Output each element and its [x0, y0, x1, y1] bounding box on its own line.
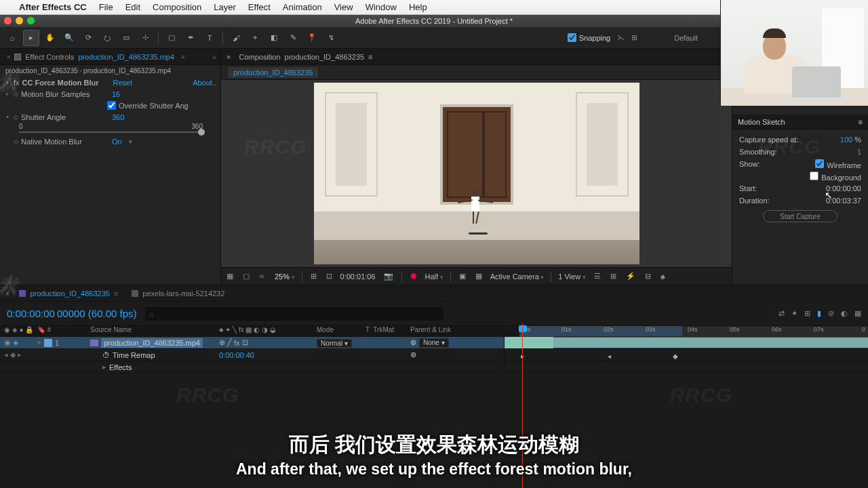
- safe-icon[interactable]: ⊡: [325, 272, 334, 281]
- prop-motion-blur-samples[interactable]: ▸◇ Motion Blur Samples 16: [4, 88, 216, 100]
- menu-effect[interactable]: Effect: [248, 2, 271, 12]
- timeline-tab-inactive[interactable]: pexels-lars-mai-5214232: [127, 289, 229, 298]
- reset-link[interactable]: Reset: [113, 79, 133, 87]
- native-value[interactable]: On: [112, 138, 122, 146]
- puppet-tool[interactable]: 📍: [304, 30, 320, 46]
- wireframe-checkbox[interactable]: [815, 159, 824, 168]
- menu-animation[interactable]: Animation: [283, 2, 322, 12]
- time-ruler[interactable]: 00s 01s 02s 03s 04s 05s 06s 07s 0: [519, 326, 868, 337]
- region-icon[interactable]: ▣: [458, 272, 467, 281]
- menu-layer[interactable]: Layer: [214, 2, 236, 12]
- fast-icon[interactable]: ⚡: [625, 272, 637, 281]
- snapshot-icon[interactable]: 📷: [382, 272, 395, 281]
- menu-composition[interactable]: Composition: [153, 2, 201, 12]
- camera-tool[interactable]: ▭: [118, 30, 134, 46]
- layer-row[interactable]: ◉◈ ▾1 production_ID_4863235.mp4 ⊕╱fx⊡ No…: [0, 337, 868, 349]
- viewer[interactable]: [221, 80, 732, 267]
- about-link[interactable]: About..: [193, 79, 216, 87]
- roto-tool[interactable]: ✎: [285, 30, 301, 46]
- capture-speed-value[interactable]: 100: [840, 136, 852, 144]
- resolution-dropdown[interactable]: Half: [425, 272, 443, 281]
- tab-close-icon[interactable]: ×: [5, 289, 9, 298]
- pixel-icon[interactable]: ⊞: [609, 272, 618, 281]
- slider-thumb[interactable]: [198, 129, 205, 136]
- rect-tool[interactable]: ▢: [163, 30, 180, 46]
- start-capture-button[interactable]: Start Capture: [763, 210, 837, 222]
- channel-icon[interactable]: ⬢: [409, 272, 418, 281]
- timeline-tab-active[interactable]: production_ID_4863235≡: [15, 289, 122, 298]
- effect-header-row[interactable]: ▾fx CC Force Motion Blur Reset About..: [4, 77, 216, 88]
- flow-icon[interactable]: ♣: [659, 272, 667, 281]
- menu-file[interactable]: File: [99, 2, 113, 12]
- home-tool[interactable]: ⌂: [4, 30, 20, 46]
- effects-group-row[interactable]: ▸ Effects: [0, 361, 868, 373]
- tl-icon-link[interactable]: ⊘: [828, 309, 834, 318]
- samples-value[interactable]: 16: [112, 90, 120, 98]
- clone-tool[interactable]: ⌖: [247, 30, 263, 46]
- effect-controls-tab[interactable]: × Effect Controls production_ID_4863235.…: [0, 49, 220, 65]
- time-remap-value[interactable]: 0:00:00:40: [219, 351, 254, 359]
- zoom-dropdown[interactable]: 25%: [275, 272, 295, 281]
- close-button[interactable]: [4, 17, 12, 24]
- prop-override[interactable]: Override Shutter Ang: [4, 100, 216, 111]
- time-remap-row[interactable]: ◂ ◆ ▸ ⏱ Time Remap 0:00:00:40 ⊚ ▸ ◂ ◆: [0, 349, 868, 361]
- prop-native-blur[interactable]: ◇ Native Motion Blur On ▾: [4, 136, 216, 147]
- tl-icon-2[interactable]: ✦: [791, 309, 797, 318]
- anchor-tool[interactable]: ⊹: [137, 30, 153, 46]
- snap-opt2-icon[interactable]: ⊞: [631, 33, 637, 42]
- prop-shutter-angle[interactable]: ▾◇ Shutter Angle 360: [4, 111, 216, 123]
- minimize-button[interactable]: [16, 17, 23, 24]
- zoom-tool[interactable]: 🔍: [61, 30, 77, 46]
- transparency-icon[interactable]: ▦: [474, 272, 484, 281]
- menu-help[interactable]: Help: [409, 2, 427, 12]
- shutter-slider[interactable]: [19, 131, 203, 133]
- grid-icon[interactable]: ▦: [225, 272, 235, 281]
- camera-dropdown[interactable]: Active Camera: [490, 272, 545, 281]
- mode-dropdown[interactable]: Normal ▾: [317, 339, 352, 348]
- tl-icon-3[interactable]: ⊞: [804, 309, 810, 318]
- flowchart-tab[interactable]: production_ID_4863235: [228, 67, 318, 78]
- panel-menu-icon[interactable]: ≡: [859, 118, 863, 126]
- menu-edit[interactable]: Edit: [125, 2, 140, 12]
- menu-view[interactable]: View: [334, 2, 353, 12]
- res-icon[interactable]: ⊞: [309, 272, 318, 281]
- override-checkbox[interactable]: [107, 101, 116, 110]
- timeline-icon[interactable]: ⊟: [644, 272, 652, 281]
- panel-menu-icon[interactable]: »: [212, 53, 216, 61]
- local-axis-tool[interactable]: ↯: [323, 30, 339, 46]
- brush-tool[interactable]: 🖌: [228, 30, 244, 46]
- text-tool[interactable]: T: [201, 30, 218, 46]
- background-checkbox[interactable]: [810, 171, 818, 180]
- menu-window[interactable]: Window: [366, 2, 397, 12]
- expose-icon[interactable]: ☰: [593, 272, 602, 281]
- parent-dropdown[interactable]: None ▾: [419, 338, 449, 348]
- orbit-tool[interactable]: ⟳: [80, 30, 96, 46]
- tab-close-icon[interactable]: ×: [226, 53, 231, 61]
- shutter-value[interactable]: 360: [112, 113, 124, 121]
- 3d-icon[interactable]: ᯅ: [258, 272, 268, 281]
- tl-icon-shy[interactable]: ▮: [817, 309, 821, 318]
- hand-tool[interactable]: ✋: [42, 30, 58, 46]
- current-timecode[interactable]: 0:00:00:00 00000 (60.00 fps): [7, 308, 137, 319]
- view-dropdown[interactable]: 1 View: [558, 272, 585, 281]
- rotate-tool[interactable]: ⭮: [99, 30, 115, 46]
- tab-close-icon[interactable]: ×: [7, 54, 10, 60]
- snapping-checkbox[interactable]: Snapping: [568, 33, 611, 42]
- motion-sketch-header[interactable]: Motion Sketch≡: [732, 115, 868, 129]
- pen-tool[interactable]: ✒: [182, 30, 199, 46]
- layer-search[interactable]: ⌕: [145, 307, 443, 321]
- pickwhip-icon[interactable]: ⊚: [410, 350, 416, 359]
- maximize-button[interactable]: [27, 17, 35, 24]
- snap-opt-icon[interactable]: ⋋: [617, 33, 625, 42]
- app-name[interactable]: After Effects CC: [19, 2, 87, 12]
- selection-tool[interactable]: ▸: [23, 30, 39, 46]
- viewer-timecode[interactable]: 0:00:01:06: [340, 272, 376, 281]
- tl-icon-graph[interactable]: ▦: [854, 309, 861, 318]
- stopwatch-icon[interactable]: ⏱: [102, 351, 110, 359]
- composition-tab[interactable]: × Composition production_ID_4863235 ≡: [221, 49, 732, 65]
- workspace-default[interactable]: Default: [674, 34, 698, 42]
- eraser-tool[interactable]: ◧: [266, 30, 282, 46]
- smoothing-value[interactable]: 1: [857, 148, 861, 156]
- mask-icon[interactable]: ▢: [241, 272, 251, 281]
- tl-icon-1[interactable]: ⇄: [778, 309, 785, 318]
